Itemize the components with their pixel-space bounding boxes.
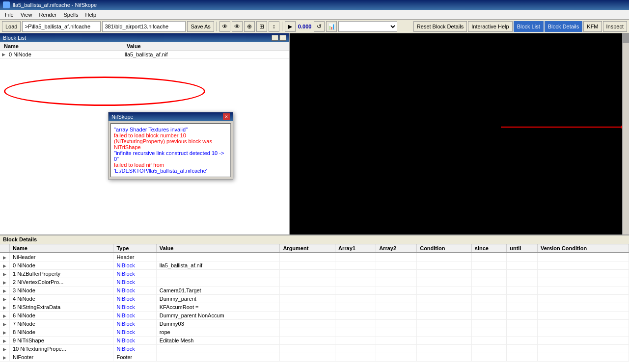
td-name: 4 NiNode	[10, 295, 113, 303]
td-until	[507, 270, 538, 278]
table-row[interactable]: ▶ 9 NiTriShape NiBlock Editable Mesh	[0, 337, 629, 345]
table-row[interactable]: ▶ NiHeader Header	[0, 253, 629, 261]
td-array1	[335, 328, 376, 337]
3d-viewport[interactable]	[290, 33, 629, 234]
table-row[interactable]: ▶ 7 NiNode NiBlock Dummy03	[0, 320, 629, 328]
td-name: 2 NiVertexColorPro...	[10, 278, 113, 286]
td-array2	[376, 278, 417, 286]
reset-block-details-button[interactable]: Reset Block Details	[413, 21, 467, 32]
expand-arrow-icon[interactable]: ▶	[3, 355, 6, 360]
anim-dropdown[interactable]	[338, 21, 397, 32]
expand-arrow-icon[interactable]: ▶	[3, 322, 6, 327]
msg-0: "array Shader Textures invalid"	[114, 127, 188, 132]
expand-cell: ▶	[0, 278, 10, 286]
table-row[interactable]: ▶ 2 NiVertexColorPro... NiBlock	[0, 278, 629, 286]
td-version-condition	[538, 286, 629, 295]
split-icon-btn[interactable]: ⊞	[256, 21, 267, 32]
block-details-button[interactable]: Block Details	[545, 21, 583, 32]
menu-view[interactable]: View	[18, 11, 35, 18]
table-row[interactable]: ▶ 5 NiStringExtraData NiBlock KFAccumRoo…	[0, 303, 629, 312]
dialog-content: "array Shader Textures invalid" failed t…	[110, 123, 231, 177]
td-version-condition	[538, 353, 629, 362]
th-until: until	[507, 244, 538, 253]
td-type: Footer	[113, 353, 156, 362]
td-array1	[335, 270, 376, 278]
load-button[interactable]: Load	[2, 21, 21, 32]
panel-minimize-btn[interactable]: _	[272, 35, 278, 41]
td-value: Camera01.Target	[156, 286, 280, 295]
td-argument	[280, 278, 335, 286]
scrollbar-thumb[interactable]	[623, 33, 629, 43]
td-value	[156, 278, 280, 286]
td-value: Dummy_parent NonAccum	[156, 312, 280, 320]
td-value: KFAccumRoot =	[156, 303, 280, 312]
expand-arrow-icon[interactable]: ▶	[3, 288, 6, 293]
expand-arrow-icon[interactable]: ▶	[3, 263, 6, 268]
td-type: NiBlock	[113, 295, 156, 303]
msg-6: 'E:/DESKTOP/lla5_ballista_af.nifcache'	[114, 168, 207, 174]
path-input-2[interactable]	[102, 21, 186, 32]
td-name: 3 NiNode	[10, 286, 113, 295]
expand-arrow-icon[interactable]: ▶	[3, 347, 6, 352]
expand-arrow-icon[interactable]: ▶	[3, 280, 6, 285]
td-type: NiBlock	[113, 337, 156, 345]
menu-help[interactable]: Help	[82, 11, 99, 18]
kfm-button[interactable]: KFM	[583, 21, 602, 32]
td-name: 7 NiNode	[10, 320, 113, 328]
td-array2	[376, 295, 417, 303]
interactive-help-button[interactable]: Interactive Help	[468, 21, 512, 32]
expand-arrow-icon[interactable]: ▶	[3, 338, 6, 343]
menu-file[interactable]: File	[2, 11, 17, 18]
arrow-icon-btn[interactable]: ↕	[269, 21, 279, 32]
td-type: NiBlock	[113, 312, 156, 320]
table-row[interactable]: ▶ 8 NiNode NiBlock rope	[0, 328, 629, 337]
menu-spells[interactable]: Spells	[60, 11, 81, 18]
table-row[interactable]: ▶ 0 NiNode NiBlock lla5_ballista_af.nif	[0, 261, 629, 270]
th-name: Name	[10, 244, 113, 253]
td-value	[156, 345, 280, 353]
block-list-button[interactable]: Block List	[514, 21, 544, 32]
td-since	[471, 286, 506, 295]
panel-maximize-btn[interactable]: □	[279, 35, 286, 41]
dialog-close-btn[interactable]: ✕	[223, 113, 230, 120]
viewport-scrollbar[interactable]	[622, 33, 629, 234]
block-row[interactable]: ▶ 0 NiNode lla5_ballista_af.nif	[0, 51, 289, 59]
td-value: rope	[156, 328, 280, 337]
table-row[interactable]: ▶ 4 NiNode NiBlock Dummy_parent	[0, 295, 629, 303]
eye3-icon-btn[interactable]: ⊕	[244, 21, 255, 32]
saveas-button[interactable]: Save As	[187, 21, 214, 32]
menu-render[interactable]: Render	[36, 11, 59, 18]
eye2-icon-btn[interactable]: 👁	[232, 21, 243, 32]
reset-icon-btn[interactable]: ↺	[314, 21, 325, 32]
td-until	[507, 328, 538, 337]
eye-icon-btn[interactable]: 👁	[219, 21, 230, 32]
expand-arrow-icon[interactable]: ▶	[3, 313, 6, 318]
td-array2	[376, 286, 417, 295]
table-row[interactable]: ▶ 6 NiNode NiBlock Dummy_parent NonAccum	[0, 312, 629, 320]
expand-arrow-icon[interactable]: ▶	[3, 255, 6, 260]
th-condition: Condition	[417, 244, 472, 253]
expand-cell: ▶	[0, 270, 10, 278]
table-row[interactable]: ▶ 10 NiTexturingPrope... NiBlock	[0, 345, 629, 353]
td-until	[507, 312, 538, 320]
table-row[interactable]: ▶ 3 NiNode NiBlock Camera01.Target	[0, 286, 629, 295]
msg-1: failed to load block number 10	[114, 132, 186, 138]
inspect-button[interactable]: Inspect	[603, 21, 627, 32]
play-icon-btn[interactable]: ▶	[285, 21, 296, 32]
table-row[interactable]: ▶ NiFooter Footer	[0, 353, 629, 362]
sep2	[282, 22, 282, 31]
graph-icon-btn[interactable]: 📊	[326, 21, 337, 32]
td-since	[471, 303, 506, 312]
path-input-1[interactable]	[22, 21, 101, 32]
block-details-section: Block Details Name Type Value Argument A…	[0, 234, 629, 364]
expand-arrow-icon[interactable]: ▶	[3, 330, 6, 335]
expand-arrow-icon[interactable]: ▶	[3, 297, 6, 302]
td-version-condition	[538, 278, 629, 286]
table-row[interactable]: ▶ 1 NiZBufferProperty NiBlock	[0, 270, 629, 278]
expand-arrow-icon[interactable]: ▶	[3, 305, 6, 310]
red-line	[501, 127, 624, 128]
td-version-condition	[538, 253, 629, 261]
block-details-table[interactable]: Name Type Value Argument Array1 Array2 C…	[0, 244, 629, 364]
td-value	[156, 353, 280, 362]
expand-arrow-icon[interactable]: ▶	[3, 272, 6, 277]
